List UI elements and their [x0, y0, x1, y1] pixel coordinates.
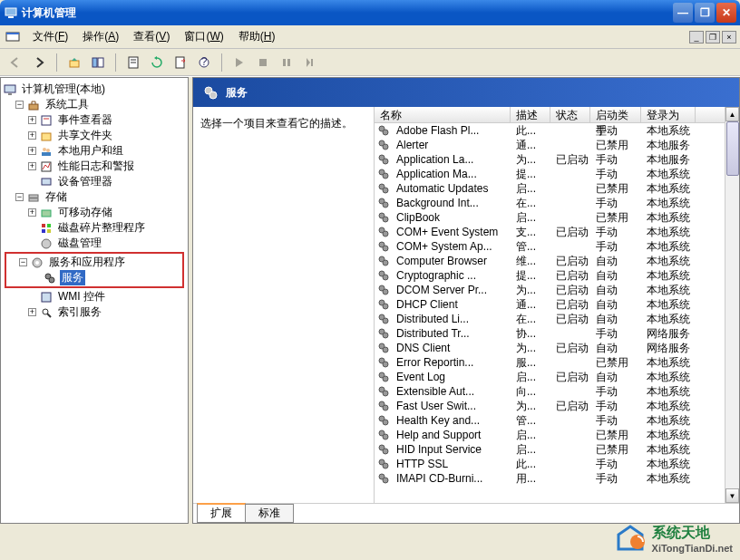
- service-row[interactable]: Background Int...在...手动本地系统: [375, 196, 725, 210]
- service-icon: [376, 341, 391, 355]
- service-row[interactable]: Distributed Tr...协...手动网络服务: [375, 326, 725, 341]
- tree-defrag[interactable]: 磁盘碎片整理程序: [3, 220, 186, 236]
- close-button[interactable]: ✕: [716, 3, 736, 23]
- perf-icon: [39, 159, 54, 174]
- wmi-icon: [39, 290, 54, 304]
- menu-file[interactable]: 文件(F): [25, 26, 75, 47]
- tree-local-users[interactable]: + 本地用户和组: [3, 143, 186, 159]
- computer-icon: [3, 82, 17, 97]
- tree-perf-logs[interactable]: + 性能日志和警报: [3, 159, 186, 174]
- mdi-minimize-button[interactable]: _: [689, 31, 704, 43]
- vertical-scrollbar[interactable]: ▲ ▼: [725, 107, 739, 503]
- indexing-icon: [39, 305, 54, 320]
- service-row[interactable]: Distributed Li...在...已启动自动本地系统: [375, 312, 725, 326]
- service-row[interactable]: Application La...为...已启动手动本地服务: [375, 152, 725, 167]
- service-row[interactable]: Extensible Aut...向...手动本地系统: [375, 384, 725, 399]
- service-row[interactable]: DNS Client为...已启动自动网络服务: [375, 341, 725, 355]
- svg-point-94: [383, 478, 388, 483]
- menu-view[interactable]: 查看(V): [126, 26, 177, 47]
- help-button[interactable]: ?: [194, 53, 214, 72]
- menu-window[interactable]: 窗口(W): [177, 26, 230, 47]
- service-row[interactable]: Help and Support启...已禁用本地系统: [375, 428, 725, 442]
- svg-rect-16: [311, 59, 313, 66]
- show-hide-tree-button[interactable]: [88, 53, 108, 72]
- tab-standard[interactable]: 标准: [245, 504, 294, 523]
- svg-point-78: [383, 362, 388, 367]
- service-row[interactable]: Fast User Swit...为...已启动手动本地系统: [375, 399, 725, 413]
- col-name[interactable]: 名称: [375, 107, 511, 122]
- col-status[interactable]: 状态: [550, 107, 590, 122]
- col-desc[interactable]: 描述: [511, 107, 550, 122]
- service-row[interactable]: Computer Browser维...已启动自动本地系统: [375, 254, 725, 268]
- maximize-button[interactable]: ❐: [695, 3, 715, 23]
- collapse-icon[interactable]: −: [15, 193, 24, 201]
- service-row[interactable]: Adobe Flash Pl...此...手动本地系统: [375, 123, 725, 138]
- service-row[interactable]: Automatic Updates启...已禁用本地系统: [375, 181, 725, 196]
- service-row[interactable]: Alerter通...已禁用本地服务: [375, 138, 725, 152]
- collapse-icon[interactable]: −: [15, 101, 24, 109]
- tree-wmi[interactable]: WMI 控件: [3, 289, 186, 304]
- tree-disk-management[interactable]: 磁盘管理: [3, 236, 186, 251]
- tree-services[interactable]: 服务: [6, 270, 182, 285]
- service-row[interactable]: DCOM Server Pr...为...已启动自动本地系统: [375, 283, 725, 297]
- tree-device-manager[interactable]: 设备管理器: [3, 174, 186, 189]
- tree-storage[interactable]: − 存储: [3, 189, 186, 205]
- export-button[interactable]: [170, 53, 190, 72]
- properties-button[interactable]: [123, 53, 143, 72]
- menu-action[interactable]: 操作(A): [75, 26, 126, 47]
- service-icon: [376, 196, 391, 210]
- service-row[interactable]: Error Reportin...服...已禁用本地系统: [375, 355, 725, 370]
- expand-icon[interactable]: +: [28, 147, 36, 155]
- service-row[interactable]: IMAPI CD-Burni...用...手动本地系统: [375, 471, 725, 486]
- col-startup[interactable]: 启动类型: [590, 107, 641, 122]
- up-button[interactable]: [64, 53, 84, 72]
- mdi-close-button[interactable]: ×: [722, 31, 736, 43]
- service-row[interactable]: HTTP SSL此...手动本地系统: [375, 457, 725, 471]
- details-header: 服务: [193, 78, 739, 107]
- scroll-up-button[interactable]: ▲: [725, 107, 739, 121]
- service-icon: [376, 457, 391, 471]
- scroll-thumb[interactable]: [726, 121, 739, 176]
- col-logon[interactable]: 登录为: [641, 107, 696, 122]
- svg-point-58: [383, 217, 388, 222]
- svg-rect-4: [70, 61, 79, 67]
- expand-icon[interactable]: +: [28, 208, 36, 217]
- forward-button[interactable]: [29, 53, 49, 72]
- mdi-restore-button[interactable]: ❐: [706, 31, 720, 43]
- service-row[interactable]: Cryptographic ...提...已启动自动本地系统: [375, 268, 725, 283]
- service-row[interactable]: DHCP Client通...已启动自动本地系统: [375, 297, 725, 312]
- service-icon: [376, 254, 391, 268]
- svg-rect-40: [42, 293, 51, 302]
- service-row[interactable]: COM+ System Ap...管...手动本地系统: [375, 239, 725, 254]
- service-icon: [376, 167, 391, 181]
- service-row[interactable]: Event Log启...已启动自动本地系统: [375, 370, 725, 384]
- service-row[interactable]: ClipBook启...已禁用本地系统: [375, 210, 725, 225]
- service-row[interactable]: HID Input Service启...已禁用本地系统: [375, 442, 725, 457]
- tree-system-tools[interactable]: − 系统工具: [3, 97, 186, 112]
- expand-icon[interactable]: +: [28, 162, 36, 170]
- minimize-button[interactable]: —: [673, 3, 693, 23]
- tab-extended[interactable]: 扩展: [197, 503, 246, 523]
- services-list[interactable]: 名称 描述 状态 启动类型 登录为 Adobe Flash Pl...此...手…: [375, 107, 739, 503]
- expand-icon[interactable]: +: [28, 131, 36, 140]
- navigation-tree[interactable]: 计算机管理(本地) − 系统工具 + 事件查看器 + 共享文件夹 + 本地用户和…: [0, 77, 189, 524]
- tree-services-apps[interactable]: − 服务和应用程序: [6, 255, 182, 270]
- service-row[interactable]: Application Ma...提...手动本地系统: [375, 167, 725, 181]
- tree-root[interactable]: 计算机管理(本地): [3, 82, 186, 97]
- scroll-down-button[interactable]: ▼: [725, 488, 739, 503]
- menu-help[interactable]: 帮助(H): [231, 26, 283, 47]
- svg-rect-18: [8, 93, 12, 95]
- service-row[interactable]: Health Key and...管...手动本地系统: [375, 413, 725, 428]
- collapse-icon[interactable]: −: [19, 258, 27, 266]
- expand-icon[interactable]: +: [28, 116, 36, 124]
- tree-event-viewer[interactable]: + 事件查看器: [3, 112, 186, 128]
- service-icon: [376, 370, 391, 384]
- tree-removable-storage[interactable]: + 可移动存储: [3, 205, 186, 220]
- expand-icon[interactable]: +: [28, 308, 36, 316]
- tree-indexing[interactable]: + 索引服务: [3, 304, 186, 320]
- service-row[interactable]: COM+ Event System支...已启动手动本地系统: [375, 225, 725, 239]
- svg-rect-19: [29, 104, 38, 110]
- refresh-button[interactable]: [147, 53, 167, 72]
- tree-shared-folders[interactable]: + 共享文件夹: [3, 128, 186, 143]
- svg-point-64: [383, 260, 388, 266]
